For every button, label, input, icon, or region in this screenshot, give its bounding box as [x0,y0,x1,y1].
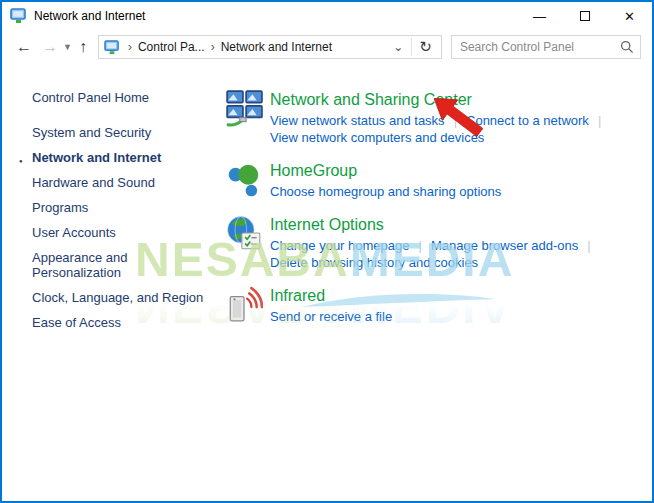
task-link-row: View network status and tasks|Connect to… [270,112,610,129]
category-network-and-sharing-center: Network and Sharing CenterView network s… [225,90,652,146]
sidebar-item-control-panel-home[interactable]: Control Panel Home [32,90,204,105]
sidebar-item-label: Control Panel Home [32,90,149,105]
close-button[interactable]: ✕ [607,2,652,30]
task-link-send-or-receive-a-file[interactable]: Send or receive a file [270,309,392,324]
category-internet-options: Internet OptionsChange your homepage|Man… [225,215,652,271]
category-title[interactable]: Internet Options [270,215,600,234]
back-arrow-icon[interactable]: ← [11,39,37,55]
link-separator: | [410,238,431,253]
content-area: Control Panel HomeSystem and Security●Ne… [2,64,652,501]
sidebar-item-appearance-and-personalization[interactable]: Appearance and Personalization [32,250,204,280]
task-link-connect-to-a-network[interactable]: Connect to a network [466,113,589,128]
title-bar: Network and Internet — ✕ [2,2,652,30]
sidebar-item-ease-of-access[interactable]: Ease of Access [32,315,204,330]
up-arrow-icon[interactable]: ↑ [74,39,92,55]
breadcrumb-separator: › [122,40,138,54]
category-title[interactable]: HomeGroup [270,161,501,180]
category-homegroup: HomeGroupChoose homegroup and sharing op… [225,161,652,200]
recent-pages-chevron-icon[interactable]: ▼ [63,43,74,52]
sidebar-item-programs[interactable]: Programs [32,200,204,215]
window-title: Network and Internet [34,9,145,23]
active-bullet-icon: ● [19,154,23,169]
sidebar-item-label: Appearance and Personalization [32,250,127,280]
sidebar-item-user-accounts[interactable]: User Accounts [32,225,204,240]
sidebar-item-label: Programs [32,200,88,215]
address-bar[interactable]: › Control Pa... › Network and Internet ⌄… [98,35,442,59]
sidebar-item-network-and-internet[interactable]: ●Network and Internet [32,150,204,165]
homegroup-icon [225,161,263,199]
internet-options-icon [225,215,263,253]
category-infrared: InfraredSend or receive a file [225,286,652,325]
task-link-row: Send or receive a file [270,308,392,325]
task-link-row: Choose homegroup and sharing options [270,183,501,200]
task-link-choose-homegroup-and-sharing-options[interactable]: Choose homegroup and sharing options [270,184,501,199]
refresh-icon[interactable]: ↻ [412,38,439,56]
sidebar-item-label: User Accounts [32,225,116,240]
task-link-change-your-homepage[interactable]: Change your homepage [270,238,410,253]
category-panel: Network and Sharing CenterView network s… [223,64,652,501]
task-link-view-network-computers-and-devices[interactable]: View network computers and devices [270,130,484,145]
sidebar-item-hardware-and-sound[interactable]: Hardware and Sound [32,175,204,190]
sidebar-item-label: Ease of Access [32,315,121,330]
category-title[interactable]: Infrared [270,286,392,305]
link-separator: | [589,113,610,128]
link-separator: | [578,238,599,253]
maximize-button[interactable] [562,2,607,30]
breadcrumb-current[interactable]: Network and Internet [221,40,332,54]
breadcrumb-separator: › [205,40,221,54]
link-separator: | [445,113,466,128]
task-link-row: Change your homepage|Manage browser add-… [270,237,600,254]
minimize-button[interactable]: — [517,2,562,30]
sidebar-item-label: Clock, Language, and Region [32,290,203,305]
search-input[interactable] [458,39,620,55]
search-box[interactable] [451,35,641,59]
category-title[interactable]: Network and Sharing Center [270,90,610,109]
control-panel-icon [104,40,120,55]
sidebar-item-label: Network and Internet [32,150,161,165]
maximize-icon [580,11,590,21]
task-link-row: Delete browsing history and cookies [270,254,600,271]
task-link-manage-browser-add-ons[interactable]: Manage browser add-ons [431,238,578,253]
forward-arrow-icon[interactable]: → [37,39,63,55]
control-panel-icon [10,8,27,24]
sidebar-item-clock-language-and-region[interactable]: Clock, Language, and Region [32,290,204,305]
task-link-delete-browsing-history-and-cookies[interactable]: Delete browsing history and cookies [270,255,478,270]
search-icon[interactable] [620,40,634,54]
navigation-bar: ← → ▼ ↑ › Control Pa... › Network and In… [2,30,652,64]
network-sharing-center-icon [225,90,263,128]
breadcrumb-root[interactable]: Control Pa... [138,40,205,54]
control-panel-window: Network and Internet — ✕ ← → ▼ ↑ › Contr… [0,0,654,503]
infrared-icon [225,286,263,324]
sidebar-item-system-and-security[interactable]: System and Security [32,125,204,140]
task-link-row: View network computers and devices [270,129,610,146]
sidebar-item-label: Hardware and Sound [32,175,155,190]
address-dropdown-chevron-icon[interactable]: ⌄ [385,40,411,54]
task-link-view-network-status-and-tasks[interactable]: View network status and tasks [270,113,445,128]
sidebar: Control Panel HomeSystem and Security●Ne… [2,64,223,501]
sidebar-item-label: System and Security [32,125,151,140]
